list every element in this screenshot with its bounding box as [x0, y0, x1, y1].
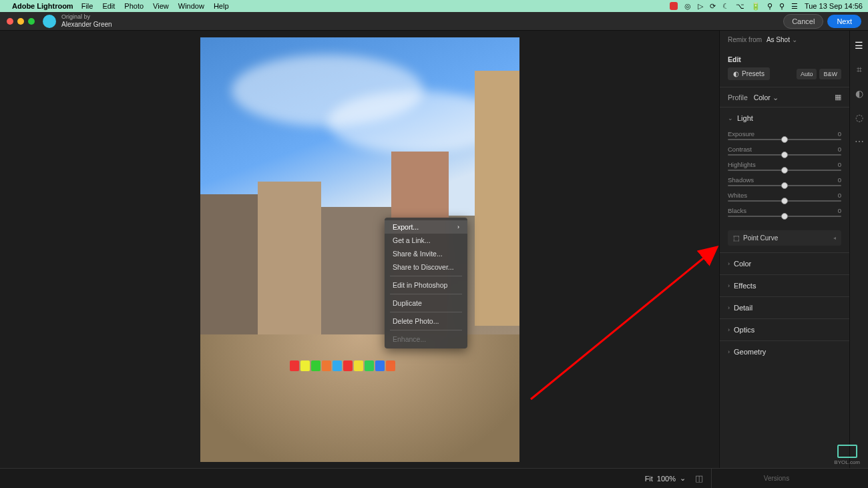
context-menu-item[interactable]: Edit in Photoshop [385, 278, 467, 292]
edit-tool-icon[interactable]: ☰ [854, 40, 865, 51]
profile-row[interactable]: Profile Color ⌄ ▦ [720, 87, 849, 107]
slider-thumb[interactable] [781, 182, 788, 189]
edit-title: Edit [720, 49, 849, 67]
remix-value: As Shot [767, 36, 790, 43]
context-menu-item[interactable]: Get a Link... [385, 234, 467, 247]
menu-photo[interactable]: Photo [124, 2, 144, 10]
maximize-window-button[interactable] [28, 18, 35, 25]
slider-track[interactable] [728, 154, 841, 156]
slider-track[interactable] [728, 185, 841, 186]
watermark-icon [837, 445, 857, 458]
chevron-right-icon: › [728, 304, 730, 311]
slider-thumb[interactable] [781, 213, 788, 220]
chevron-left-icon: ◂ [833, 235, 836, 241]
auto-button[interactable]: Auto [797, 69, 817, 79]
menu-edit[interactable]: Edit [102, 2, 115, 10]
color-section-header[interactable]: ›Color [720, 253, 849, 274]
chevron-down-icon: ⌄ [680, 474, 686, 483]
slider-track[interactable] [728, 139, 841, 140]
next-button[interactable]: Next [827, 15, 861, 28]
chevron-right-icon: › [728, 260, 730, 267]
menu-view[interactable]: View [153, 2, 169, 10]
geometry-section-header[interactable]: ›Geometry [720, 341, 849, 362]
fit-label: Fit [645, 475, 653, 483]
menubar-clock[interactable]: Tue 13 Sep 14:56 [805, 2, 863, 10]
bluetooth-icon[interactable]: ⌥ [736, 2, 744, 11]
avatar[interactable] [43, 15, 56, 28]
profile-browser-icon[interactable]: ▦ [835, 93, 841, 101]
curve-icon: ⬚ [733, 234, 739, 242]
slider-track[interactable] [728, 200, 841, 202]
slider-track[interactable] [728, 170, 841, 171]
versions-button[interactable]: Versions [711, 469, 841, 488]
canvas-area[interactable] [0, 31, 719, 468]
do-not-disturb-icon[interactable]: ☾ [722, 2, 729, 11]
menu-item-label: Duplicate [393, 299, 422, 307]
more-tool-icon[interactable]: ⋯ [854, 136, 865, 147]
masking-tool-icon[interactable]: ◌ [854, 112, 865, 123]
menu-item-label: Delete Photo... [393, 317, 439, 325]
profile-value: Color [754, 93, 771, 101]
effects-label: Effects [734, 282, 756, 290]
detail-section-header[interactable]: ›Detail [720, 297, 849, 318]
status-icon[interactable]: ⟳ [710, 2, 716, 11]
optics-label: Optics [734, 326, 754, 334]
healing-tool-icon[interactable]: ◐ [854, 88, 865, 99]
light-section-header[interactable]: ⌄ Light [720, 107, 849, 129]
context-menu-item[interactable]: Duplicate [385, 296, 467, 310]
minimize-window-button[interactable] [17, 18, 24, 25]
separator [390, 294, 462, 294]
menu-file[interactable]: File [81, 2, 93, 10]
effects-section-header[interactable]: ›Effects [720, 275, 849, 296]
slider-track[interactable] [728, 216, 841, 217]
wifi-icon[interactable]: ⚲ [767, 2, 773, 11]
control-center-icon[interactable]: ☰ [791, 2, 798, 11]
slider-value: 0 [838, 176, 841, 184]
original-by-label: Original by [61, 14, 112, 21]
close-window-button[interactable] [7, 18, 13, 25]
menu-item-label: Share to Discover... [393, 263, 454, 271]
compare-view-icon[interactable]: ◫ [695, 473, 703, 483]
context-menu-item[interactable]: Delete Photo... [385, 314, 467, 328]
menu-help[interactable]: Help [214, 2, 229, 10]
crop-tool-icon[interactable]: ⌗ [854, 64, 865, 75]
recording-indicator-icon[interactable] [670, 2, 678, 10]
status-icon[interactable]: ▷ [698, 2, 703, 11]
zoom-control[interactable]: Fit 100% ⌄ [645, 474, 686, 483]
presets-button[interactable]: ◐Presets [728, 67, 770, 80]
remix-from-row[interactable]: Remix from As Shot ⌄ [720, 31, 849, 49]
author-info: Original by Alexander Green [61, 14, 112, 28]
color-label: Color [734, 260, 751, 268]
context-menu-item[interactable]: Share & Invite... [385, 247, 467, 260]
spotlight-icon[interactable]: ⚲ [779, 2, 785, 11]
slider-shadows: Shadows0 [728, 176, 841, 186]
point-curve-button[interactable]: ⬚ Point Curve ◂ [728, 230, 841, 246]
slider-name: Highlights [728, 161, 756, 168]
zoom-value: 100% [657, 475, 676, 483]
optics-section-header[interactable]: ›Optics [720, 319, 849, 340]
context-menu-item[interactable]: Share to Discover... [385, 260, 467, 274]
context-menu-item[interactable]: Export...› [385, 220, 467, 234]
menubar-app-name[interactable]: Adobe Lightroom [12, 2, 73, 10]
slider-thumb[interactable] [781, 152, 788, 158]
status-icon[interactable]: ◎ [684, 2, 691, 11]
geometry-label: Geometry [734, 348, 766, 356]
context-menu-item: Enhance... [385, 332, 467, 346]
mac-menubar: Adobe Lightroom File Edit Photo View Win… [0, 0, 868, 12]
menu-item-label: Share & Invite... [393, 250, 443, 258]
slider-thumb[interactable] [781, 198, 788, 204]
chevron-right-icon: › [728, 348, 730, 355]
battery-icon[interactable]: 🔋 [751, 2, 761, 11]
slider-value: 0 [838, 146, 841, 153]
photo-preview[interactable] [200, 37, 519, 462]
slider-thumb[interactable] [781, 167, 788, 174]
slider-highlights: Highlights0 [728, 161, 841, 171]
bw-button[interactable]: B&W [819, 69, 841, 79]
cancel-button[interactable]: Cancel [783, 14, 823, 29]
menu-item-label: Export... [393, 223, 419, 231]
menu-window[interactable]: Window [178, 2, 204, 10]
watermark-text: BYOL.com [834, 459, 860, 465]
slider-thumb[interactable] [781, 136, 788, 143]
light-label: Light [737, 114, 753, 122]
slider-name: Shadows [728, 176, 754, 184]
